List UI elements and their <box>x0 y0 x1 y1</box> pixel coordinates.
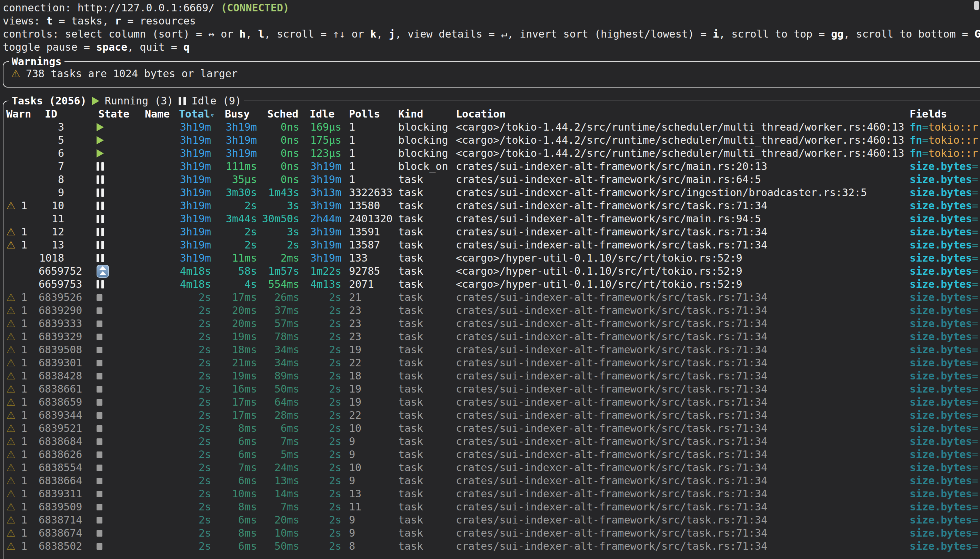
task-row[interactable]: ⚠1 12 3h19m 2s 3s 3h19m 13591 task crate… <box>0 225 980 238</box>
sched-duration: 3s <box>258 199 299 212</box>
warn-cell: ⚠1 <box>5 396 39 409</box>
column-header-state[interactable]: State <box>98 108 129 121</box>
task-row[interactable]: ⚠1 6838428 2s 19ms 89ms 2s 18 task crate… <box>0 369 980 382</box>
busy-duration: 16ms <box>212 382 257 396</box>
connection-line: connection: http://127.0.0.1:6669/ (CONN… <box>3 2 289 15</box>
task-row[interactable]: ⚠1 6839290 2s 20ms 37ms 2s 23 task crate… <box>0 304 980 317</box>
stopped-icon <box>96 347 103 353</box>
column-header-warn[interactable]: Warn <box>6 108 31 121</box>
task-row[interactable]: ⚠1 6839509 2s 8ms 7ms 2s 11 task crates/… <box>0 500 980 514</box>
task-location: <cargo>/hyper-util-0.1.10/src/rt/tokio.r… <box>456 265 907 278</box>
task-location: crates/sui-indexer-alt-framework/src/tas… <box>456 343 907 356</box>
busy-duration: 2s <box>212 225 257 238</box>
warn-cell: ⚠1 <box>5 487 39 500</box>
total-duration: 2s <box>145 409 211 422</box>
polls-count: 9 <box>349 474 397 487</box>
warning-item: ⚠ 738 tasks are 1024 bytes or larger <box>11 67 238 80</box>
task-row[interactable]: ⚠ 3 3h19m 3h19m 0ns 169µs 1 blocking <ca… <box>0 121 980 134</box>
task-row[interactable]: ⚠1 6838502 2s 6ms 50ms 2s 8 task crates/… <box>0 540 980 553</box>
field-key: size.bytes <box>910 435 972 447</box>
task-location: crates/sui-indexer-alt-framework/src/tas… <box>456 409 907 422</box>
task-row[interactable]: ⚠ 8 3h19m 35µs 0ns 3h19m 1 task crates/s… <box>0 173 980 186</box>
task-state-cell <box>96 369 145 382</box>
task-fields: size.bytes= <box>910 540 980 553</box>
task-kind: task <box>398 317 455 330</box>
column-header-fields[interactable]: Fields <box>910 108 947 121</box>
field-equals: = <box>972 213 978 225</box>
sched-duration: 0ns <box>258 173 299 186</box>
task-row[interactable]: ⚠ 5 3h19m 3h19m 0ns 175µs 1 blocking <ca… <box>0 134 980 147</box>
idle-icon <box>96 175 104 184</box>
warn-count: 1 <box>21 487 27 500</box>
task-row[interactable]: ⚠ 6659753 4m18s 4s 554ms 4m13s 2071 task… <box>0 278 980 291</box>
task-row[interactable]: ⚠1 6839311 2s 10ms 14ms 2s 13 task crate… <box>0 487 980 500</box>
sched-duration: 34ms <box>258 356 299 369</box>
task-row[interactable]: ⚠1 6838661 2s 16ms 50ms 2s 19 task crate… <box>0 382 980 396</box>
warning-triangle-icon: ⚠ <box>6 474 15 487</box>
task-row[interactable]: ⚠1 6839329 2s 19ms 78ms 2s 23 task crate… <box>0 330 980 343</box>
task-row[interactable]: ⚠1 6839521 2s 8ms 6ms 2s 10 task crates/… <box>0 422 980 435</box>
task-row[interactable]: ⚠1 6838714 2s 6ms 20ms 2s 9 task crates/… <box>0 514 980 527</box>
task-state-cell <box>96 396 145 409</box>
total-duration: 4m18s <box>145 278 211 291</box>
task-state-cell <box>96 487 145 500</box>
task-fields: size.bytes= <box>910 304 980 317</box>
warn-cell: ⚠1 <box>5 369 39 382</box>
task-fields: size.bytes= <box>910 225 980 238</box>
column-header-id[interactable]: ID <box>45 108 57 121</box>
task-row[interactable]: ⚠ 6 3h19m 3h19m 0ns 123µs 1 blocking <ca… <box>0 147 980 160</box>
task-row[interactable]: ⚠1 6838674 2s 8ms 10ms 2s 9 task crates/… <box>0 527 980 540</box>
polls-count: 1 <box>349 173 397 186</box>
column-header-busy[interactable]: Busy <box>225 108 250 121</box>
field-key: size.bytes <box>910 514 972 526</box>
task-row[interactable]: ⚠1 6839333 2s 20ms 57ms 2s 23 task crate… <box>0 317 980 330</box>
stopped-icon <box>96 360 103 366</box>
total-duration: 2s <box>145 343 211 356</box>
total-duration: 3h19m <box>145 134 211 147</box>
field-equals: = <box>972 304 978 316</box>
sched-duration: 34ms <box>258 343 299 356</box>
column-header-location[interactable]: Location <box>456 108 506 121</box>
task-row[interactable]: ⚠1 6838659 2s 17ms 64ms 2s 19 task crate… <box>0 396 980 409</box>
column-header-total-sorted[interactable]: Total▿ <box>145 108 215 122</box>
scrollbar-thumb[interactable] <box>974 1 979 10</box>
column-header-idle[interactable]: Idle <box>310 108 334 121</box>
text-segment: l <box>258 28 265 40</box>
task-row[interactable]: ⚠1 6838554 2s 7ms 24ms 2s 10 task crates… <box>0 461 980 474</box>
task-row[interactable]: ⚠1 6838684 2s 6ms 7ms 2s 9 task crates/s… <box>0 435 980 448</box>
task-location: crates/sui-indexer-alt-framework/src/tas… <box>456 291 907 304</box>
column-header-sched[interactable]: Sched <box>267 108 298 121</box>
warn-cell: ⚠1 <box>5 343 39 356</box>
field-equals: = <box>972 239 978 251</box>
task-id: 5 <box>39 134 64 147</box>
idle-duration: 175µs <box>300 134 341 147</box>
total-duration: 2s <box>145 396 211 409</box>
task-row[interactable]: ⚠1 6839344 2s 17ms 28ms 2s 22 task crate… <box>0 409 980 422</box>
task-row[interactable]: ⚠ 6659752 4m18s 58s 1m57s 1m22s 92785 ta… <box>0 265 980 278</box>
column-header-kind[interactable]: Kind <box>398 108 423 121</box>
task-row[interactable]: ⚠ 1018 3h19m 11ms 2ms 3h19m 133 task <ca… <box>0 251 980 265</box>
task-row[interactable]: ⚠1 10 3h19m 2s 3s 3h19m 13580 task crate… <box>0 199 980 212</box>
warning-triangle-icon: ⚠ <box>6 317 15 330</box>
task-row[interactable]: ⚠1 6839508 2s 18ms 34ms 2s 19 task crate… <box>0 343 980 356</box>
sched-duration: 20ms <box>258 514 299 527</box>
task-row[interactable]: ⚠ 11 3h19m 3m44s 30m50s 2h44m 2401320 ta… <box>0 212 980 225</box>
sched-duration: 2s <box>258 238 299 251</box>
task-id: 6839329 <box>39 330 89 343</box>
busy-duration: 2s <box>212 238 257 251</box>
stopped-icon <box>96 399 103 406</box>
task-row[interactable]: ⚠ 9 3h19m 3m30s 1m43s 3h13m 3322633 task… <box>0 186 980 199</box>
task-row[interactable]: ⚠1 6838664 2s 6ms 13ms 2s 9 task crates/… <box>0 474 980 487</box>
column-header-polls[interactable]: Polls <box>349 108 380 121</box>
sched-duration: 3s <box>258 225 299 238</box>
warning-text: 738 tasks are 1024 bytes or larger <box>26 67 238 80</box>
field-key: size.bytes <box>910 527 972 539</box>
task-row[interactable]: ⚠ 7 3h19m 111ms 0ns 3h19m 1 block_on cra… <box>0 160 980 173</box>
stopped-icon <box>96 491 103 497</box>
total-duration: 3h19m <box>145 186 211 199</box>
task-row[interactable]: ⚠1 6839526 2s 17ms 26ms 2s 21 task crate… <box>0 291 980 304</box>
task-row[interactable]: ⚠1 6838626 2s 6ms 5ms 2s 9 task crates/s… <box>0 448 980 461</box>
task-row[interactable]: ⚠1 6839301 2s 21ms 34ms 2s 22 task crate… <box>0 356 980 369</box>
task-row[interactable]: ⚠1 13 3h19m 2s 2s 3h19m 13587 task crate… <box>0 238 980 251</box>
task-id: 6659753 <box>39 278 89 291</box>
